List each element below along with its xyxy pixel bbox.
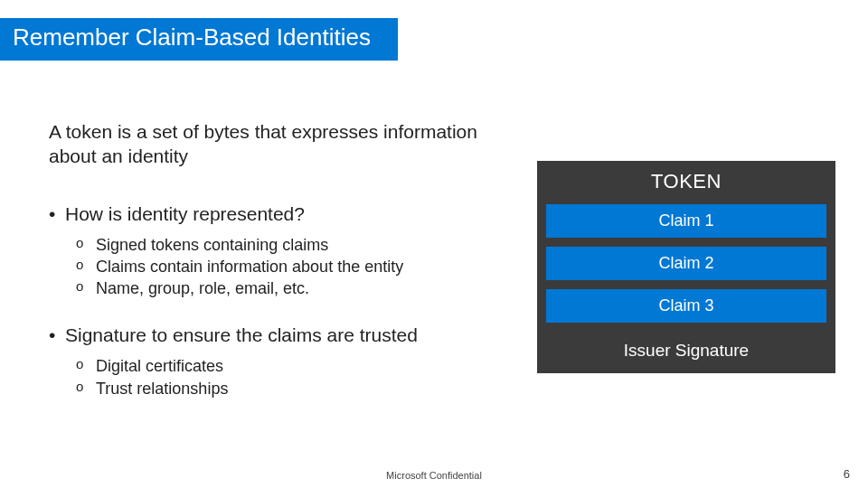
claim-box: Claim 3 — [546, 289, 826, 323]
sub-bullet: Signed tokens containing claims — [76, 234, 483, 256]
page-number: 6 — [844, 467, 850, 481]
sub-bullet: Trust relationships — [76, 378, 483, 399]
sub-list-signature: Digital certificates Trust relationships — [76, 355, 483, 399]
slide: Remember Claim-Based Identities A token … — [0, 0, 868, 488]
issuer-signature: Issuer Signature — [537, 332, 835, 364]
sub-bullet: Name, group, role, email, etc. — [76, 277, 483, 299]
sub-bullet: Claims contain information about the ent… — [76, 256, 483, 277]
sub-bullet: Digital certificates — [76, 355, 483, 377]
claim-box: Claim 2 — [546, 247, 826, 280]
claim-box: Claim 1 — [546, 204, 826, 238]
bullet-identity: How is identity represented? — [49, 203, 483, 225]
token-header: TOKEN — [537, 161, 835, 204]
footer-text: Microsoft Confidential — [0, 470, 868, 481]
bullet-signature: Signature to ensure the claims are trust… — [49, 324, 483, 346]
slide-title: Remember Claim-Based Identities — [0, 18, 398, 61]
body-content: A token is a set of bytes that expresses… — [49, 119, 483, 425]
intro-text: A token is a set of bytes that expresses… — [49, 119, 483, 169]
sub-list-identity: Signed tokens containing claims Claims c… — [76, 234, 483, 300]
token-diagram: TOKEN Claim 1 Claim 2 Claim 3 Issuer Sig… — [537, 161, 835, 373]
